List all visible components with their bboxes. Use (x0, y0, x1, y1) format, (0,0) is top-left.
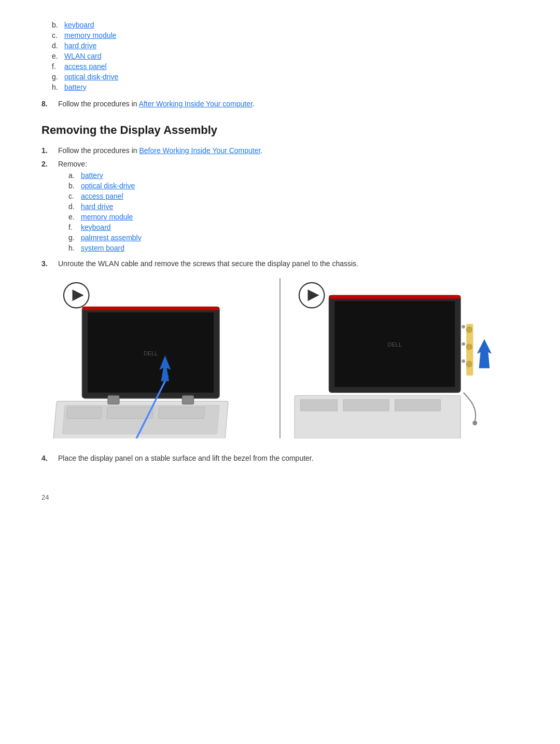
hard-drive-link-2[interactable]: hard drive (81, 202, 113, 211)
memory-module-link-1[interactable]: memory module (64, 31, 116, 39)
svg-point-31 (461, 342, 465, 346)
before-working-link[interactable]: Before Working Inside Your Computer (139, 146, 260, 155)
step-8-content: Follow the procedures in After Working I… (58, 100, 519, 108)
diagram-left: DELL (48, 278, 277, 438)
svg-point-29 (472, 421, 477, 425)
sub-item-f: f. keyboard (63, 223, 519, 231)
keyboard-link[interactable]: keyboard (64, 21, 94, 29)
section-title: Removing the Display Assembly (41, 123, 519, 137)
svg-rect-22 (300, 399, 338, 411)
step-1-number: 1. (41, 146, 58, 155)
sub-item-h: h. system board (63, 244, 519, 252)
battery-link-1[interactable]: battery (64, 83, 87, 91)
sub-label-e: e. (68, 213, 81, 221)
step-8: 8. Follow the procedures in After Workin… (41, 100, 519, 108)
after-working-link[interactable]: After Working Inside Your computer (139, 100, 253, 108)
list-item-b: b. keyboard (41, 21, 519, 29)
step-1-text-before: Follow the procedures in (58, 146, 139, 155)
svg-point-32 (461, 360, 465, 363)
svg-rect-28 (466, 324, 473, 375)
sub-label-h: h. (68, 244, 81, 252)
access-panel-link-1[interactable]: access panel (64, 62, 107, 71)
svg-marker-20 (477, 339, 492, 368)
step-8-text-after: . (253, 100, 255, 108)
step-8-text-before: Follow the procedures in (58, 100, 139, 108)
page-number: 24 (41, 493, 519, 501)
sub-label-a: a. (68, 171, 81, 180)
sub-item-a: a. battery (63, 171, 519, 180)
sub-item-d: d. hard drive (63, 202, 519, 211)
item-label-c: c. (52, 31, 64, 39)
hard-drive-link-1[interactable]: hard drive (64, 42, 96, 50)
item-label-b: b. (52, 21, 64, 29)
laptop-diagram-right: DELL (283, 278, 512, 438)
sub-label-d: d. (68, 202, 81, 211)
svg-rect-13 (183, 395, 194, 404)
svg-text:DELL: DELL (387, 341, 402, 348)
palmrest-assembly-link[interactable]: palmrest assembly (81, 233, 142, 242)
memory-module-link-2[interactable]: memory module (81, 213, 133, 221)
sub-label-g: g. (68, 233, 81, 242)
step-4-text: Place the display panel on a stable surf… (58, 454, 519, 462)
svg-text:DELL: DELL (144, 350, 158, 356)
svg-rect-10 (158, 407, 205, 418)
list-item-g: g. optical disk-drive (41, 73, 519, 81)
list-item-h: h. battery (41, 83, 519, 91)
step-2-label: Remove: (58, 160, 87, 168)
step-4-number: 4. (41, 454, 58, 462)
keyboard-link-2[interactable]: keyboard (81, 223, 111, 231)
diagram-divider (279, 278, 281, 438)
item-label-g: g. (52, 73, 64, 81)
step-3-text: Unroute the WLAN cable and remove the sc… (58, 259, 519, 268)
sub-label-b: b. (68, 182, 81, 190)
sub-item-c: c. access panel (63, 192, 519, 200)
diagram-container: DELL (41, 278, 519, 438)
diagram-right: DELL (283, 278, 512, 438)
sub-label-f: f. (68, 223, 81, 231)
list-item-f: f. access panel (41, 62, 519, 71)
svg-rect-3 (82, 307, 220, 310)
battery-link-2[interactable]: battery (81, 171, 103, 180)
wlan-card-link[interactable]: WLAN card (64, 52, 102, 60)
list-item-e: e. WLAN card (41, 52, 519, 60)
svg-rect-24 (395, 399, 440, 411)
svg-rect-23 (343, 399, 389, 411)
system-board-link[interactable]: system board (81, 244, 124, 252)
step-8-number: 8. (41, 100, 58, 108)
sub-item-b: b. optical disk-drive (63, 182, 519, 190)
item-label-e: e. (52, 52, 64, 60)
step-1-text-after: . (260, 146, 262, 155)
step-4: 4. Place the display panel on a stable s… (41, 454, 519, 462)
sub-item-e: e. memory module (63, 213, 519, 221)
step-3: 3. Unroute the WLAN cable and remove the… (41, 259, 519, 268)
item-label-d: d. (52, 42, 64, 50)
sub-item-g: g. palmrest assembly (63, 233, 519, 242)
svg-point-30 (461, 325, 465, 329)
svg-rect-17 (329, 295, 460, 299)
access-panel-link-2[interactable]: access panel (81, 192, 123, 200)
sub-label-c: c. (68, 192, 81, 200)
step-1-content: Follow the procedures in Before Working … (58, 146, 519, 155)
initial-list: b. keyboard c. memory module d. hard dri… (41, 21, 519, 91)
list-item-d: d. hard drive (41, 42, 519, 50)
item-label-h: h. (52, 83, 64, 91)
optical-disk-drive-link-2[interactable]: optical disk-drive (81, 182, 135, 190)
step-2-number: 2. (41, 160, 58, 254)
item-label-f: f. (52, 62, 64, 71)
step-2-sub-list: a. battery b. optical disk-drive c. acce… (63, 171, 519, 252)
step-1: 1. Follow the procedures in Before Worki… (41, 146, 519, 155)
step-3-number: 3. (41, 259, 58, 268)
svg-rect-8 (67, 407, 102, 418)
optical-disk-drive-link-1[interactable]: optical disk-drive (64, 73, 118, 81)
step-2: 2. Remove: a. battery b. optical disk-dr… (41, 160, 519, 254)
svg-rect-12 (108, 395, 119, 404)
list-item-c: c. memory module (41, 31, 519, 39)
step-2-content: Remove: a. battery b. optical disk-drive… (58, 160, 519, 254)
laptop-diagram-left: DELL (48, 278, 277, 438)
